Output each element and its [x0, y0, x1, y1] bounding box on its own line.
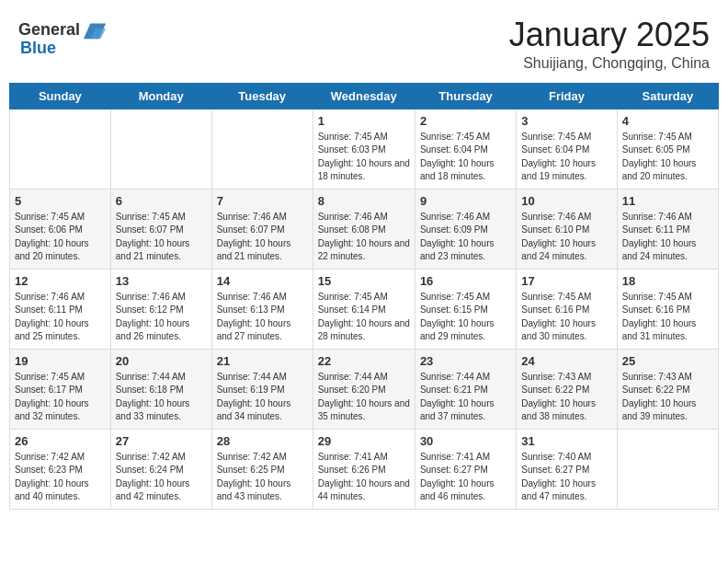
table-row: 15Sunrise: 7:45 AMSunset: 6:14 PMDayligh… [313, 269, 415, 349]
day-info: Sunrise: 7:42 AMSunset: 6:23 PMDaylight:… [15, 451, 106, 504]
day-info: Sunrise: 7:46 AMSunset: 6:13 PMDaylight:… [217, 291, 308, 344]
day-info: Sunrise: 7:46 AMSunset: 6:07 PMDaylight:… [217, 211, 308, 264]
table-row: 27Sunrise: 7:42 AMSunset: 6:24 PMDayligh… [110, 429, 211, 509]
day-info: Sunrise: 7:44 AMSunset: 6:18 PMDaylight:… [116, 371, 207, 424]
calendar-week-4: 19Sunrise: 7:45 AMSunset: 6:17 PMDayligh… [10, 349, 719, 429]
table-row: 17Sunrise: 7:45 AMSunset: 6:16 PMDayligh… [517, 269, 617, 349]
day-info: Sunrise: 7:46 AMSunset: 6:11 PMDaylight:… [15, 291, 106, 344]
day-number: 13 [116, 274, 207, 288]
day-info: Sunrise: 7:46 AMSunset: 6:11 PMDaylight:… [622, 211, 713, 264]
day-number: 18 [622, 274, 713, 288]
location-title: Shuijiang, Chongqing, China [509, 55, 710, 72]
day-number: 5 [15, 194, 106, 208]
day-info: Sunrise: 7:41 AMSunset: 6:27 PMDaylight:… [420, 451, 511, 504]
calendar-week-1: 1Sunrise: 7:45 AMSunset: 6:03 PMDaylight… [10, 109, 719, 189]
day-number: 1 [318, 114, 410, 128]
day-info: Sunrise: 7:45 AMSunset: 6:03 PMDaylight:… [318, 131, 410, 184]
day-number: 2 [420, 114, 511, 128]
day-info: Sunrise: 7:46 AMSunset: 6:09 PMDaylight:… [420, 211, 511, 264]
header-monday: Monday [110, 83, 211, 109]
table-row: 14Sunrise: 7:46 AMSunset: 6:13 PMDayligh… [211, 269, 313, 349]
table-row [10, 109, 111, 189]
table-row [211, 109, 313, 189]
table-row: 22Sunrise: 7:44 AMSunset: 6:20 PMDayligh… [313, 349, 415, 429]
page-header: General Blue January 2025 Shuijiang, Cho… [9, 9, 719, 83]
day-number: 29 [318, 434, 410, 448]
day-number: 10 [521, 194, 611, 208]
day-number: 9 [420, 194, 511, 208]
table-row: 2Sunrise: 7:45 AMSunset: 6:04 PMDaylight… [415, 109, 516, 189]
day-info: Sunrise: 7:45 AMSunset: 6:04 PMDaylight:… [521, 131, 611, 184]
day-number: 20 [116, 354, 207, 368]
day-info: Sunrise: 7:45 AMSunset: 6:16 PMDaylight:… [622, 291, 713, 344]
table-row: 30Sunrise: 7:41 AMSunset: 6:27 PMDayligh… [415, 429, 516, 509]
day-number: 19 [15, 354, 106, 368]
table-row: 11Sunrise: 7:46 AMSunset: 6:11 PMDayligh… [617, 189, 718, 269]
logo-icon [82, 17, 108, 42]
calendar-table: Sunday Monday Tuesday Wednesday Thursday… [9, 83, 719, 510]
table-row: 25Sunrise: 7:43 AMSunset: 6:22 PMDayligh… [617, 349, 718, 429]
day-info: Sunrise: 7:44 AMSunset: 6:20 PMDaylight:… [318, 371, 410, 424]
header-saturday: Saturday [617, 83, 718, 109]
table-row: 26Sunrise: 7:42 AMSunset: 6:23 PMDayligh… [10, 429, 111, 509]
day-info: Sunrise: 7:45 AMSunset: 6:15 PMDaylight:… [420, 291, 511, 344]
day-number: 11 [622, 194, 713, 208]
table-row: 19Sunrise: 7:45 AMSunset: 6:17 PMDayligh… [10, 349, 111, 429]
day-info: Sunrise: 7:45 AMSunset: 6:07 PMDaylight:… [116, 211, 207, 264]
month-title: January 2025 [509, 17, 710, 53]
header-friday: Friday [517, 83, 617, 109]
day-number: 8 [318, 194, 410, 208]
table-row: 9Sunrise: 7:46 AMSunset: 6:09 PMDaylight… [415, 189, 516, 269]
table-row: 24Sunrise: 7:43 AMSunset: 6:22 PMDayligh… [517, 349, 617, 429]
logo-general-text: General [18, 20, 80, 40]
day-number: 7 [217, 194, 308, 208]
table-row [110, 109, 211, 189]
table-row: 12Sunrise: 7:46 AMSunset: 6:11 PMDayligh… [10, 269, 111, 349]
day-number: 17 [521, 274, 611, 288]
table-row: 16Sunrise: 7:45 AMSunset: 6:15 PMDayligh… [415, 269, 516, 349]
header-tuesday: Tuesday [211, 83, 313, 109]
day-info: Sunrise: 7:45 AMSunset: 6:04 PMDaylight:… [420, 131, 511, 184]
day-info: Sunrise: 7:46 AMSunset: 6:08 PMDaylight:… [318, 211, 410, 264]
day-info: Sunrise: 7:42 AMSunset: 6:25 PMDaylight:… [217, 451, 308, 504]
day-info: Sunrise: 7:43 AMSunset: 6:22 PMDaylight:… [521, 371, 611, 424]
table-row: 29Sunrise: 7:41 AMSunset: 6:26 PMDayligh… [313, 429, 415, 509]
day-number: 25 [622, 354, 713, 368]
day-info: Sunrise: 7:46 AMSunset: 6:12 PMDaylight:… [116, 291, 207, 344]
calendar-week-2: 5Sunrise: 7:45 AMSunset: 6:06 PMDaylight… [10, 189, 719, 269]
calendar-week-3: 12Sunrise: 7:46 AMSunset: 6:11 PMDayligh… [10, 269, 719, 349]
header-wednesday: Wednesday [313, 83, 415, 109]
table-row: 23Sunrise: 7:44 AMSunset: 6:21 PMDayligh… [415, 349, 516, 429]
table-row: 3Sunrise: 7:45 AMSunset: 6:04 PMDaylight… [517, 109, 617, 189]
table-row: 31Sunrise: 7:40 AMSunset: 6:27 PMDayligh… [517, 429, 617, 509]
table-row: 1Sunrise: 7:45 AMSunset: 6:03 PMDaylight… [313, 109, 415, 189]
table-row: 4Sunrise: 7:45 AMSunset: 6:05 PMDaylight… [617, 109, 718, 189]
day-number: 3 [521, 114, 611, 128]
calendar-week-5: 26Sunrise: 7:42 AMSunset: 6:23 PMDayligh… [10, 429, 719, 509]
table-row: 28Sunrise: 7:42 AMSunset: 6:25 PMDayligh… [211, 429, 313, 509]
table-row: 13Sunrise: 7:46 AMSunset: 6:12 PMDayligh… [110, 269, 211, 349]
day-info: Sunrise: 7:40 AMSunset: 6:27 PMDaylight:… [521, 451, 611, 504]
day-number: 30 [420, 434, 511, 448]
day-info: Sunrise: 7:44 AMSunset: 6:21 PMDaylight:… [420, 371, 511, 424]
table-row: 6Sunrise: 7:45 AMSunset: 6:07 PMDaylight… [110, 189, 211, 269]
day-number: 23 [420, 354, 511, 368]
day-info: Sunrise: 7:45 AMSunset: 6:17 PMDaylight:… [15, 371, 106, 424]
day-info: Sunrise: 7:46 AMSunset: 6:10 PMDaylight:… [521, 211, 611, 264]
day-info: Sunrise: 7:42 AMSunset: 6:24 PMDaylight:… [116, 451, 207, 504]
table-row: 20Sunrise: 7:44 AMSunset: 6:18 PMDayligh… [110, 349, 211, 429]
day-info: Sunrise: 7:44 AMSunset: 6:19 PMDaylight:… [217, 371, 308, 424]
day-number: 16 [420, 274, 511, 288]
header-thursday: Thursday [415, 83, 516, 109]
table-row [617, 429, 718, 509]
day-number: 12 [15, 274, 106, 288]
day-number: 28 [217, 434, 308, 448]
day-info: Sunrise: 7:45 AMSunset: 6:06 PMDaylight:… [15, 211, 106, 264]
day-number: 22 [318, 354, 410, 368]
day-number: 21 [217, 354, 308, 368]
day-number: 15 [318, 274, 410, 288]
weekday-header-row: Sunday Monday Tuesday Wednesday Thursday… [10, 83, 719, 109]
title-block: January 2025 Shuijiang, Chongqing, China [509, 17, 710, 72]
day-info: Sunrise: 7:45 AMSunset: 6:16 PMDaylight:… [521, 291, 611, 344]
day-info: Sunrise: 7:45 AMSunset: 6:05 PMDaylight:… [622, 131, 713, 184]
